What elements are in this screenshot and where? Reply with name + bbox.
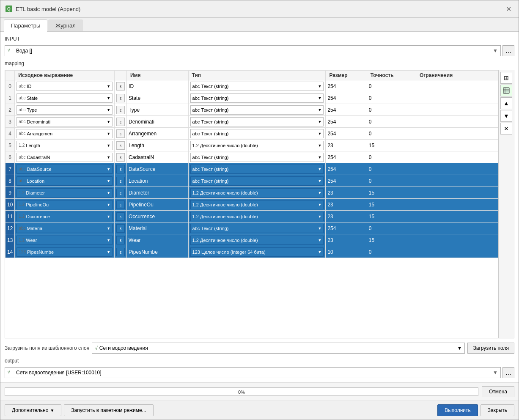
move-up-button[interactable]: ▲ xyxy=(500,97,512,109)
output-browse-button[interactable]: … xyxy=(503,367,514,378)
source-combo[interactable]: abc State ▼ xyxy=(16,93,113,103)
close-window-button[interactable]: ✕ xyxy=(503,4,514,14)
type-combo-arrow[interactable]: ▼ xyxy=(318,214,321,219)
type-combo[interactable]: abc Текст (string) ▼ xyxy=(190,82,324,91)
type-combo-arrow[interactable]: ▼ xyxy=(318,203,321,207)
source-combo-arrow[interactable]: ▼ xyxy=(107,108,110,112)
expression-button[interactable]: ε xyxy=(116,141,125,150)
type-combo-arrow[interactable]: ▼ xyxy=(318,191,321,195)
type-combo[interactable]: abc Текст (string) ▼ xyxy=(190,117,324,126)
template-vector-icon: √ xyxy=(95,345,98,351)
source-combo-arrow[interactable]: ▼ xyxy=(107,191,110,195)
source-combo-arrow[interactable]: ▼ xyxy=(107,167,110,171)
source-combo[interactable]: 1.2 Wear ▼ xyxy=(16,236,113,245)
move-down-button[interactable]: ▼ xyxy=(500,110,512,122)
template-combo-arrow[interactable]: ▼ xyxy=(457,345,462,351)
expression-button[interactable]: ε xyxy=(116,200,125,209)
type-combo-arrow[interactable]: ▼ xyxy=(318,250,321,254)
type-combo[interactable]: 123 Целое число (integer 64 бита) ▼ xyxy=(190,247,324,257)
delete-row-button[interactable]: ✕ xyxy=(500,123,512,135)
type-combo-arrow[interactable]: ▼ xyxy=(318,238,321,242)
additional-button[interactable]: Дополнительно ▼ xyxy=(5,404,61,416)
expression-button[interactable]: ε xyxy=(116,224,125,233)
type-combo-arrow[interactable]: ▼ xyxy=(318,84,321,88)
type-combo-arrow[interactable]: ▼ xyxy=(318,132,321,136)
type-combo[interactable]: abc Текст (string) ▼ xyxy=(190,224,324,233)
tab-params[interactable]: Параметры xyxy=(4,19,47,32)
source-combo-arrow[interactable]: ▼ xyxy=(107,250,110,254)
source-type-badge: abc xyxy=(19,226,25,231)
type-combo[interactable]: abc Текст (string) ▼ xyxy=(190,93,324,103)
type-combo[interactable]: 1.2 Десятичное число (double) ▼ xyxy=(190,236,324,245)
source-combo-arrow[interactable]: ▼ xyxy=(107,84,110,88)
cancel-button[interactable]: Отмена xyxy=(482,386,514,397)
type-combo-arrow[interactable]: ▼ xyxy=(318,155,321,159)
source-combo[interactable]: 1.2 Diameter ▼ xyxy=(16,188,113,198)
type-combo[interactable]: abc Текст (string) ▼ xyxy=(190,153,324,162)
expression-button[interactable]: ε xyxy=(116,94,125,102)
expression-button[interactable]: ε xyxy=(116,106,125,114)
type-combo-arrow[interactable]: ▼ xyxy=(318,226,321,231)
source-combo[interactable]: 123 PipesNumbe ▼ xyxy=(16,247,113,257)
type-combo-arrow[interactable]: ▼ xyxy=(318,179,321,183)
tab-journal[interactable]: Журнал xyxy=(48,19,82,31)
source-combo-arrow[interactable]: ▼ xyxy=(107,143,110,148)
source-combo[interactable]: abc DataSource ▼ xyxy=(16,165,113,174)
input-combo[interactable]: √ Вода [] ▼ xyxy=(5,45,501,56)
type-combo[interactable]: abc Текст (string) ▼ xyxy=(190,176,324,186)
type-combo-arrow[interactable]: ▼ xyxy=(318,167,321,171)
source-combo-arrow[interactable]: ▼ xyxy=(107,214,110,219)
source-combo-arrow[interactable]: ▼ xyxy=(107,203,110,207)
input-combo-arrow[interactable]: ▼ xyxy=(493,48,498,54)
expression-button[interactable]: ε xyxy=(116,212,125,221)
type-combo[interactable]: abc Текст (string) ▼ xyxy=(190,165,324,174)
source-combo[interactable]: abc Type ▼ xyxy=(16,105,113,115)
type-combo[interactable]: abc Текст (string) ▼ xyxy=(190,105,324,115)
type-combo[interactable]: 1.2 Десятичное число (double) ▼ xyxy=(190,212,324,221)
expression-button[interactable]: ε xyxy=(116,129,125,138)
source-combo[interactable]: abc Location ▼ xyxy=(16,176,113,186)
load-fields-button[interactable]: Загрузить поля xyxy=(467,343,514,354)
source-combo-arrow[interactable]: ▼ xyxy=(107,96,110,100)
type-combo[interactable]: abc Текст (string) ▼ xyxy=(190,129,324,138)
type-combo-arrow[interactable]: ▼ xyxy=(318,108,321,112)
source-combo-arrow[interactable]: ▼ xyxy=(107,155,110,159)
execute-button[interactable]: Выполнить xyxy=(437,404,478,416)
expression-button[interactable]: ε xyxy=(116,236,125,244)
source-combo[interactable]: abc Arrangemen ▼ xyxy=(16,129,113,138)
close-button[interactable]: Закрыть xyxy=(481,404,514,416)
expression-button[interactable]: ε xyxy=(116,189,125,197)
source-combo-arrow[interactable]: ▼ xyxy=(107,120,110,124)
output-combo[interactable]: √ Сети водоотведения [USER:100010] ▼ xyxy=(5,367,501,378)
type-combo[interactable]: 1.2 Десятичное число (double) ▼ xyxy=(190,188,324,198)
add-table-button[interactable]: ⊞ xyxy=(500,72,512,84)
expression-button[interactable]: ε xyxy=(116,177,125,185)
template-combo[interactable]: √ Сети водоотведения ▼ xyxy=(92,343,465,354)
output-combo-arrow[interactable]: ▼ xyxy=(493,370,498,376)
source-combo-arrow[interactable]: ▼ xyxy=(107,238,110,242)
source-combo[interactable]: 1.2 Occurrence ▼ xyxy=(16,212,113,221)
type-combo[interactable]: 1.2 Десятичное число (double) ▼ xyxy=(190,141,324,150)
source-combo[interactable]: abc Material ▼ xyxy=(16,224,113,233)
input-browse-button[interactable]: … xyxy=(503,45,514,56)
type-combo-arrow[interactable]: ▼ xyxy=(318,120,321,124)
expression-button[interactable]: ε xyxy=(116,118,125,126)
run-batch-button[interactable]: Запустить в пакетном режиме... xyxy=(64,404,153,416)
source-combo-arrow[interactable]: ▼ xyxy=(107,132,110,136)
source-combo[interactable]: abc ID ▼ xyxy=(16,82,113,91)
expression-button[interactable]: ε xyxy=(116,153,125,162)
source-combo[interactable]: 1.2 PipelineOu ▼ xyxy=(16,200,113,209)
expression-button[interactable]: ε xyxy=(116,165,125,173)
source-combo-arrow[interactable]: ▼ xyxy=(107,226,110,231)
edit-table-button[interactable] xyxy=(500,85,512,96)
source-combo[interactable]: abc Denominati ▼ xyxy=(16,117,113,126)
source-combo[interactable]: abc CadastralN ▼ xyxy=(16,153,113,162)
source-combo-arrow[interactable]: ▼ xyxy=(107,179,110,183)
type-combo-arrow[interactable]: ▼ xyxy=(318,96,321,100)
source-combo[interactable]: 1.2 Length ▼ xyxy=(16,141,113,150)
expression-button[interactable]: ε xyxy=(116,82,125,91)
constraints-cell xyxy=(416,92,498,104)
type-combo[interactable]: 1.2 Десятичное число (double) ▼ xyxy=(190,200,324,209)
expression-button[interactable]: ε xyxy=(116,248,125,256)
type-combo-arrow[interactable]: ▼ xyxy=(318,143,321,148)
